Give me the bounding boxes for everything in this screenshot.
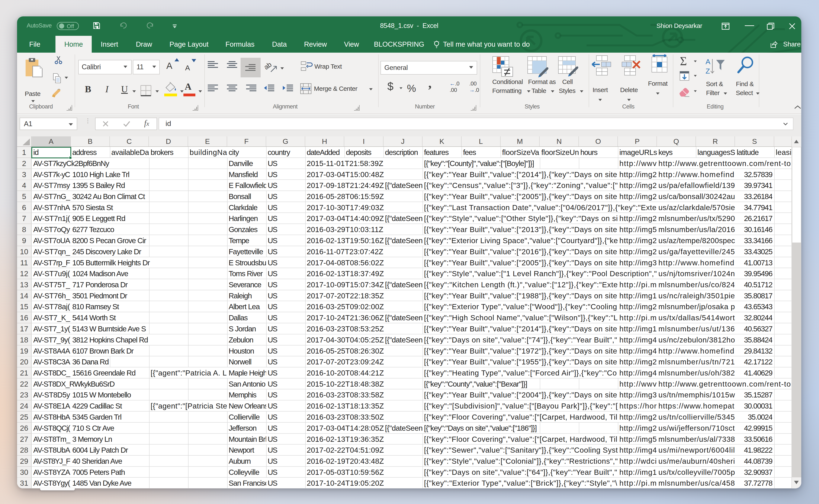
svg-text:A: A: [706, 58, 711, 66]
svg-text:Z: Z: [706, 67, 710, 75]
